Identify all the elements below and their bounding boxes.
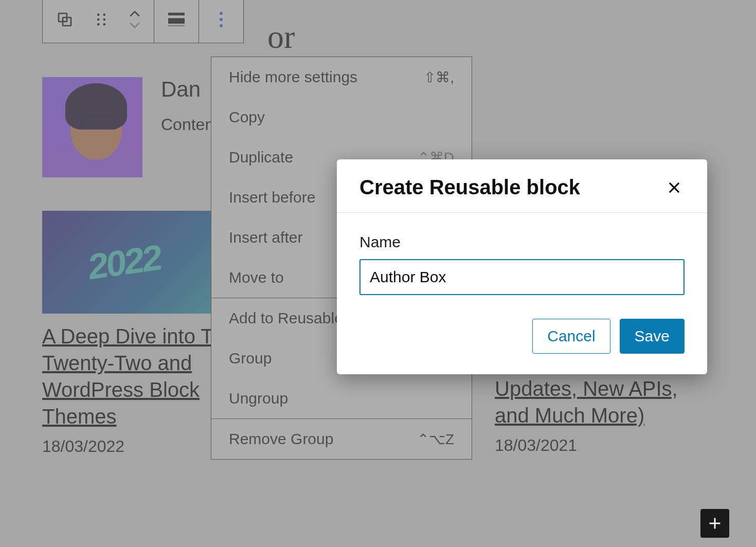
svg-point-13 (220, 24, 223, 27)
create-reusable-block-modal: Create Reusable block Name Cancel Save (337, 159, 707, 374)
svg-rect-9 (168, 18, 185, 24)
svg-point-2 (97, 13, 100, 16)
post-date: 18/03/2021 (495, 436, 700, 455)
chevron-down-icon[interactable] (129, 22, 140, 29)
menu-ungroup[interactable]: Ungroup (211, 378, 472, 418)
modal-title: Create Reusable block (359, 176, 580, 199)
author-avatar (42, 77, 142, 177)
svg-rect-8 (168, 13, 185, 15)
page-title-fragment: or (267, 18, 295, 56)
author-name: Dan (161, 77, 219, 102)
name-field-label: Name (359, 233, 685, 251)
shortcut-text: ⇧⌘, (424, 69, 454, 86)
menu-remove-group[interactable]: Remove Group⌃⌥Z (211, 419, 472, 459)
more-vertical-icon[interactable] (199, 0, 243, 43)
menu-hide-more-settings[interactable]: Hide more settings⇧⌘, (211, 57, 472, 97)
author-box[interactable]: Dan Content (42, 77, 219, 177)
svg-point-3 (103, 13, 106, 16)
align-icon[interactable] (154, 0, 199, 43)
svg-rect-10 (168, 25, 185, 27)
shortcut-text: ⌃⌥Z (417, 431, 454, 448)
svg-point-11 (220, 12, 223, 15)
svg-point-4 (97, 19, 100, 21)
drag-handle-icon[interactable] (87, 0, 116, 43)
add-block-button[interactable] (700, 509, 729, 538)
name-input[interactable] (359, 259, 685, 295)
chevron-up-icon[interactable] (129, 10, 140, 17)
author-role: Content (161, 115, 219, 134)
menu-copy[interactable]: Copy (211, 97, 472, 137)
group-block-icon[interactable] (43, 0, 87, 43)
svg-point-5 (103, 19, 106, 21)
save-button[interactable]: Save (620, 319, 685, 354)
block-mover (116, 0, 154, 43)
close-icon[interactable] (664, 177, 685, 198)
svg-point-12 (220, 18, 223, 21)
cancel-button[interactable]: Cancel (532, 319, 610, 354)
svg-point-6 (97, 23, 100, 26)
svg-point-7 (103, 23, 106, 26)
block-toolbar (42, 0, 244, 43)
